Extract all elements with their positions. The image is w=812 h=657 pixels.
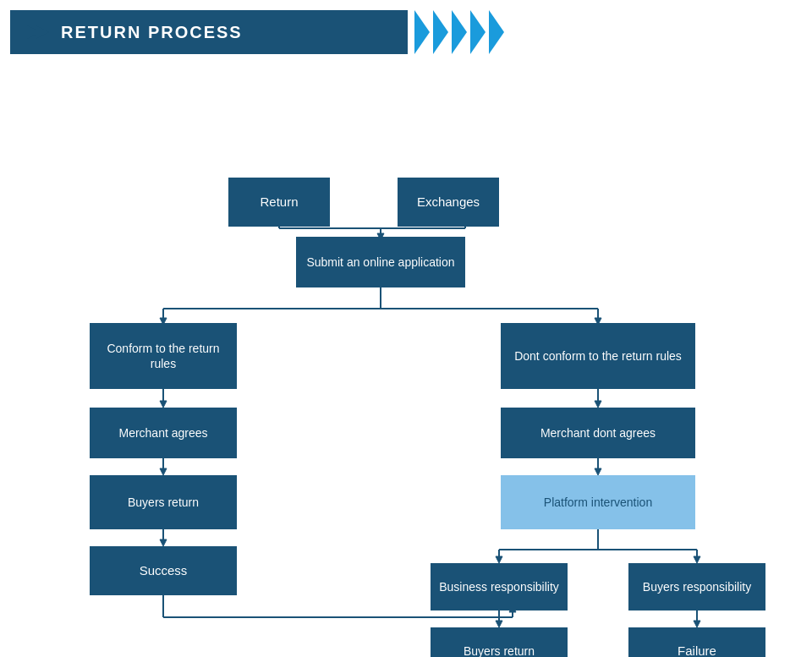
merchant-agrees-box: Merchant agrees [90, 408, 237, 458]
buyers-resp-box: Buyers responsibility [628, 563, 765, 610]
failure-box: Failure [628, 627, 765, 657]
buyers-return-mid-box: Buyers return [431, 627, 568, 657]
platform-box: Platform intervention [501, 475, 695, 529]
business-resp-box: Business responsibility [431, 563, 568, 610]
chevron-5 [489, 10, 504, 54]
svg-marker-32 [694, 556, 700, 563]
svg-marker-24 [595, 401, 601, 408]
return-box: Return [228, 178, 330, 227]
page-title: RETURN PROCESS [61, 23, 243, 42]
conform-box: Conform to the return rules [90, 323, 237, 389]
arrow-icon [24, 19, 51, 46]
header-bar: RETURN PROCESS [10, 10, 408, 54]
header-chevrons [414, 10, 812, 54]
submit-box: Submit an online application [296, 237, 465, 287]
svg-marker-36 [694, 621, 700, 627]
chevron-3 [452, 10, 467, 54]
dont-conform-box: Dont conform to the return rules [501, 323, 695, 389]
success-box: Success [90, 546, 237, 595]
flowchart: Return Exchanges Submit an online applic… [8, 68, 804, 657]
chevron-2 [433, 10, 448, 54]
buyers-return-left-box: Buyers return [90, 475, 237, 529]
svg-marker-16 [160, 468, 167, 475]
chevron-4 [470, 10, 486, 54]
svg-marker-30 [496, 556, 502, 563]
svg-marker-26 [595, 468, 601, 475]
merchant-dont-box: Merchant dont agrees [501, 408, 695, 458]
exchanges-box: Exchanges [398, 178, 499, 227]
svg-marker-34 [496, 621, 502, 627]
svg-marker-14 [160, 401, 167, 408]
chevron-1 [414, 10, 430, 54]
svg-marker-1 [36, 25, 49, 39]
svg-marker-18 [160, 539, 167, 546]
